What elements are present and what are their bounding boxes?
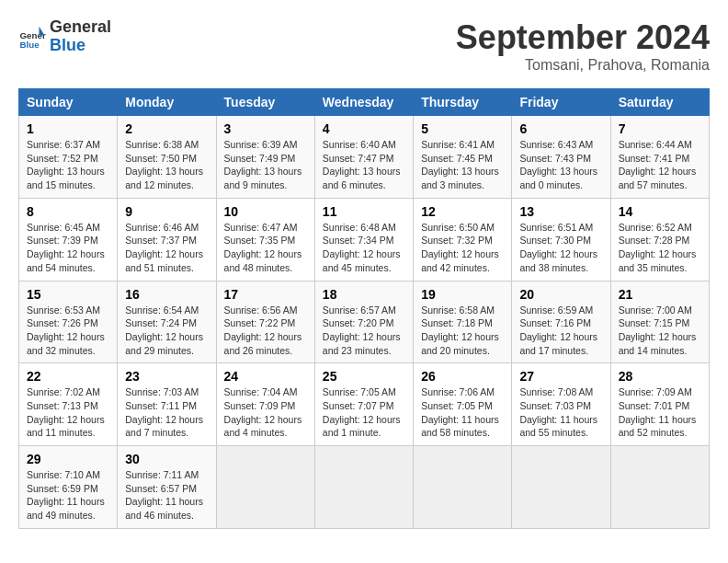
calendar-week-1: 1Sunrise: 6:37 AM Sunset: 7:52 PM Daylig… [19, 116, 710, 199]
day-number: 2 [125, 121, 208, 136]
calendar-cell: 25Sunrise: 7:05 AM Sunset: 7:07 PM Dayli… [314, 363, 413, 446]
calendar-cell: 15Sunrise: 6:53 AM Sunset: 7:26 PM Dayli… [19, 281, 118, 363]
day-number: 23 [125, 369, 208, 384]
day-number: 8 [27, 204, 109, 219]
page-header: General Blue General Blue September 2024… [18, 18, 710, 74]
day-number: 3 [224, 121, 307, 136]
calendar-cell: 3Sunrise: 6:39 AM Sunset: 7:49 PM Daylig… [216, 116, 314, 199]
title-block: September 2024 Tomsani, Prahova, Romania [456, 18, 710, 74]
calendar-table: SundayMondayTuesdayWednesdayThursdayFrid… [18, 88, 710, 529]
weekday-header-thursday: Thursday [414, 89, 512, 116]
calendar-cell: 8Sunrise: 6:45 AM Sunset: 7:39 PM Daylig… [19, 198, 118, 281]
calendar-cell: 5Sunrise: 6:41 AM Sunset: 7:45 PM Daylig… [414, 116, 512, 199]
calendar-cell: 22Sunrise: 7:02 AM Sunset: 7:13 PM Dayli… [19, 363, 118, 446]
day-info: Sunrise: 7:05 AM Sunset: 7:07 PM Dayligh… [323, 385, 405, 440]
day-number: 15 [27, 287, 109, 302]
calendar-cell: 10Sunrise: 6:47 AM Sunset: 7:35 PM Dayli… [216, 198, 314, 281]
day-number: 28 [619, 369, 701, 384]
day-info: Sunrise: 6:45 AM Sunset: 7:39 PM Dayligh… [27, 221, 109, 275]
calendar-cell: 17Sunrise: 6:56 AM Sunset: 7:22 PM Dayli… [216, 281, 314, 363]
day-info: Sunrise: 6:43 AM Sunset: 7:43 PM Dayligh… [519, 138, 602, 192]
calendar-cell: 23Sunrise: 7:03 AM Sunset: 7:11 PM Dayli… [118, 363, 216, 446]
day-number: 10 [224, 204, 307, 219]
day-number: 21 [619, 287, 701, 302]
day-info: Sunrise: 6:57 AM Sunset: 7:20 PM Dayligh… [323, 304, 405, 358]
calendar-cell: 14Sunrise: 6:52 AM Sunset: 7:28 PM Dayli… [610, 198, 709, 281]
calendar-cell: 28Sunrise: 7:09 AM Sunset: 7:01 PM Dayli… [610, 363, 709, 446]
day-info: Sunrise: 7:04 AM Sunset: 7:09 PM Dayligh… [224, 385, 307, 440]
calendar-cell: 26Sunrise: 7:06 AM Sunset: 7:05 PM Dayli… [414, 363, 512, 446]
calendar-cell: 1Sunrise: 6:37 AM Sunset: 7:52 PM Daylig… [19, 116, 118, 199]
calendar-header: SundayMondayTuesdayWednesdayThursdayFrid… [19, 89, 710, 116]
location-subtitle: Tomsani, Prahova, Romania [456, 57, 710, 74]
day-info: Sunrise: 7:03 AM Sunset: 7:11 PM Dayligh… [125, 385, 208, 440]
day-info: Sunrise: 7:06 AM Sunset: 7:05 PM Dayligh… [421, 385, 504, 440]
calendar-cell: 2Sunrise: 6:38 AM Sunset: 7:50 PM Daylig… [118, 116, 216, 199]
calendar-cell: 11Sunrise: 6:48 AM Sunset: 7:34 PM Dayli… [314, 198, 413, 281]
day-info: Sunrise: 6:54 AM Sunset: 7:24 PM Dayligh… [125, 304, 208, 358]
day-info: Sunrise: 7:02 AM Sunset: 7:13 PM Dayligh… [27, 385, 109, 440]
weekday-header-sunday: Sunday [19, 89, 118, 116]
calendar-cell [610, 446, 709, 529]
day-number: 20 [519, 287, 602, 302]
day-number: 6 [519, 121, 602, 136]
day-info: Sunrise: 6:44 AM Sunset: 7:41 PM Dayligh… [619, 138, 701, 192]
day-info: Sunrise: 7:10 AM Sunset: 6:59 PM Dayligh… [27, 468, 109, 523]
day-number: 4 [323, 121, 405, 136]
calendar-cell: 4Sunrise: 6:40 AM Sunset: 7:47 PM Daylig… [314, 116, 413, 199]
day-info: Sunrise: 6:52 AM Sunset: 7:28 PM Dayligh… [619, 221, 701, 275]
calendar-cell [216, 446, 314, 529]
day-info: Sunrise: 7:09 AM Sunset: 7:01 PM Dayligh… [619, 385, 701, 440]
calendar-week-4: 22Sunrise: 7:02 AM Sunset: 7:13 PM Dayli… [19, 363, 710, 446]
day-info: Sunrise: 6:56 AM Sunset: 7:22 PM Dayligh… [224, 304, 307, 358]
calendar-cell: 29Sunrise: 7:10 AM Sunset: 6:59 PM Dayli… [19, 446, 118, 529]
day-info: Sunrise: 6:58 AM Sunset: 7:18 PM Dayligh… [421, 304, 504, 358]
day-number: 11 [323, 204, 405, 219]
day-info: Sunrise: 6:37 AM Sunset: 7:52 PM Dayligh… [27, 138, 109, 192]
day-info: Sunrise: 6:40 AM Sunset: 7:47 PM Dayligh… [323, 138, 405, 192]
day-number: 5 [421, 121, 504, 136]
logo: General Blue General Blue [18, 18, 111, 55]
day-number: 14 [619, 204, 701, 219]
calendar-cell: 20Sunrise: 6:59 AM Sunset: 7:16 PM Dayli… [512, 281, 610, 363]
day-number: 17 [224, 287, 307, 302]
day-number: 18 [323, 287, 405, 302]
weekday-header-tuesday: Tuesday [216, 89, 314, 116]
day-info: Sunrise: 6:50 AM Sunset: 7:32 PM Dayligh… [421, 221, 504, 275]
day-info: Sunrise: 6:47 AM Sunset: 7:35 PM Dayligh… [224, 221, 307, 275]
calendar-cell: 6Sunrise: 6:43 AM Sunset: 7:43 PM Daylig… [512, 116, 610, 199]
calendar-cell: 19Sunrise: 6:58 AM Sunset: 7:18 PM Dayli… [414, 281, 512, 363]
calendar-cell: 7Sunrise: 6:44 AM Sunset: 7:41 PM Daylig… [610, 116, 709, 199]
calendar-cell [512, 446, 610, 529]
day-info: Sunrise: 6:51 AM Sunset: 7:30 PM Dayligh… [519, 221, 602, 275]
month-title: September 2024 [456, 18, 710, 57]
day-info: Sunrise: 6:41 AM Sunset: 7:45 PM Dayligh… [421, 138, 504, 192]
calendar-week-5: 29Sunrise: 7:10 AM Sunset: 6:59 PM Dayli… [19, 446, 710, 529]
day-number: 16 [125, 287, 208, 302]
calendar-week-2: 8Sunrise: 6:45 AM Sunset: 7:39 PM Daylig… [19, 198, 710, 281]
calendar-cell: 13Sunrise: 6:51 AM Sunset: 7:30 PM Dayli… [512, 198, 610, 281]
calendar-cell: 30Sunrise: 7:11 AM Sunset: 6:57 PM Dayli… [118, 446, 216, 529]
day-number: 19 [421, 287, 504, 302]
weekday-header-saturday: Saturday [610, 89, 709, 116]
day-info: Sunrise: 6:46 AM Sunset: 7:37 PM Dayligh… [125, 221, 208, 275]
svg-text:Blue: Blue [20, 40, 40, 50]
day-number: 27 [519, 369, 602, 384]
calendar-cell: 27Sunrise: 7:08 AM Sunset: 7:03 PM Dayli… [512, 363, 610, 446]
day-number: 22 [27, 369, 109, 384]
day-info: Sunrise: 6:59 AM Sunset: 7:16 PM Dayligh… [519, 304, 602, 358]
day-info: Sunrise: 6:38 AM Sunset: 7:50 PM Dayligh… [125, 138, 208, 192]
day-number: 7 [619, 121, 701, 136]
calendar-week-3: 15Sunrise: 6:53 AM Sunset: 7:26 PM Dayli… [19, 281, 710, 363]
day-number: 30 [125, 452, 208, 466]
weekday-header-friday: Friday [512, 89, 610, 116]
calendar-cell: 12Sunrise: 6:50 AM Sunset: 7:32 PM Dayli… [414, 198, 512, 281]
calendar-cell: 18Sunrise: 6:57 AM Sunset: 7:20 PM Dayli… [314, 281, 413, 363]
logo-line2: Blue [50, 37, 111, 55]
weekday-header-wednesday: Wednesday [314, 89, 413, 116]
day-info: Sunrise: 7:00 AM Sunset: 7:15 PM Dayligh… [619, 304, 701, 358]
day-number: 13 [519, 204, 602, 219]
day-number: 24 [224, 369, 307, 384]
day-number: 29 [27, 452, 109, 466]
weekday-header-monday: Monday [118, 89, 216, 116]
